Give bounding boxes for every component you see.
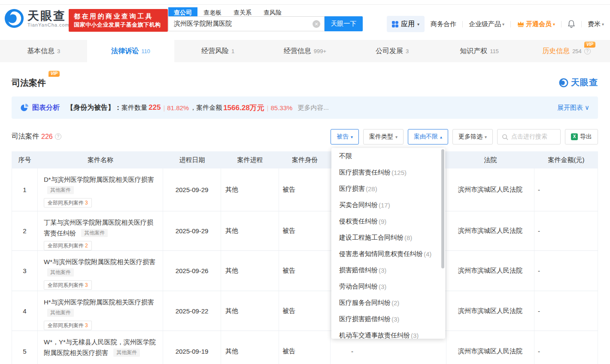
promo-banner: 都在用的商业查询工具 国家中小企业发展子基金旗下机构 <box>69 9 168 32</box>
clear-search-icon[interactable]: ✕ <box>313 20 320 28</box>
nav-divider <box>561 21 561 27</box>
tab-legal-proceedings[interactable]: 法律诉讼 110 <box>87 40 174 62</box>
chevron-down-icon: ∨ <box>585 104 589 111</box>
dropdown-option[interactable]: 损害赔偿纠纷(3) <box>331 262 445 278</box>
case-title-link[interactable]: W*与滨州医学院附属医院相关医疗损害 <box>44 258 155 265</box>
search-input[interactable] <box>168 16 325 31</box>
row-no: 3 <box>12 251 38 291</box>
series-cases-tag[interactable]: 全部同系列案件3 <box>44 198 92 208</box>
case-progress: 其他 <box>221 168 279 211</box>
dropdown-option[interactable]: 买卖合同纠纷(17) <box>331 197 445 213</box>
dropdown-option[interactable]: 机动车交通事故责任纠纷(3) <box>331 327 445 339</box>
search-button[interactable]: 天眼一下 <box>325 16 363 31</box>
more-content-link[interactable]: 更多内容... <box>297 104 329 112</box>
case-court[interactable]: 滨州市滨城区人民法院 <box>446 291 534 331</box>
tab-operating-risk[interactable]: 经营风险 1 <box>174 40 261 62</box>
chart-analysis-link[interactable]: 图表分析 <box>32 103 60 112</box>
tab-company-development[interactable]: 公司发展 3 <box>349 40 436 62</box>
dropdown-option[interactable]: 不限 <box>331 148 445 164</box>
export-button[interactable]: X 导出 <box>565 129 598 144</box>
table-row: 1 D*与滨州医学院附属医院相关医疗损害 其他案件 全部同系列案件3 2025-… <box>12 168 598 211</box>
tab-business-info[interactable]: 经营信息 999+ <box>261 40 349 62</box>
case-amount-label: 案件金额 <box>196 104 222 112</box>
case-count-value: 225 <box>149 103 161 112</box>
list-count-value: 226 <box>41 133 53 141</box>
tab-intellectual-property[interactable]: 知识产权 115 <box>436 40 523 62</box>
tianyancha-swirl-icon <box>4 9 24 28</box>
dropdown-scrollbar[interactable] <box>441 149 444 268</box>
case-court[interactable]: 滨州市滨城区人民法院 <box>446 168 534 211</box>
dropdown-option[interactable]: 侵权责任纠纷(9) <box>331 213 445 229</box>
tab-history-info[interactable]: VIP 历史信息 254 ? <box>523 40 610 62</box>
case-amount-value: 1566.28万元 <box>223 103 264 113</box>
defendant-filter-button[interactable]: 被告 ▾ <box>331 129 359 144</box>
table-search-input[interactable]: 点击进行搜索 <box>497 129 561 144</box>
case-count-percent: 81.82% <box>167 104 189 111</box>
row-no: 4 <box>12 291 38 331</box>
vip-badge: VIP <box>584 42 595 48</box>
nav-divider <box>581 21 582 27</box>
series-cases-tag[interactable]: 全部同系列案件3 <box>44 280 92 290</box>
nav-member[interactable]: 开通会员 ▾ <box>517 20 555 28</box>
case-title-link[interactable]: D*与滨州医学院附属医院相关医疗损害 <box>44 176 154 183</box>
series-cases-tag[interactable]: 全部同系列案件2 <box>44 241 92 250</box>
case-court[interactable]: 滨州市滨城区人民法院 <box>446 211 534 250</box>
row-no: 2 <box>12 211 38 250</box>
dropdown-option[interactable]: 医疗损害(28) <box>331 180 445 197</box>
dropdown-option[interactable]: 医疗损害赔偿纠纷(3) <box>331 311 445 327</box>
apps-label: 应用 <box>401 20 415 29</box>
nav-cooperation[interactable]: 商务合作 <box>431 20 456 28</box>
chevron-up-icon: ▴ <box>440 135 442 139</box>
case-amount: - <box>534 211 598 250</box>
col-amount: 案件金额(元) <box>534 151 598 168</box>
case-date: 2025-09-29 <box>163 168 221 211</box>
dropdown-option[interactable]: 劳动合同纠纷(3) <box>331 278 445 295</box>
case-type-tag: 其他案件 <box>81 229 108 237</box>
page-title: 司法案件 VIP <box>12 77 46 89</box>
col-identity: 案件身份 <box>279 151 331 168</box>
more-filters-button[interactable]: 更多筛选 ▾ <box>452 129 493 144</box>
case-amount: - <box>534 168 598 211</box>
dropdown-option[interactable]: 医疗损害责任纠纷(125) <box>331 164 445 180</box>
nav-divider <box>462 21 463 27</box>
chart-analysis-bar: 图表分析 【身份为被告】： 案件数量 225 | 81.82% ， 案件金额 1… <box>12 96 598 119</box>
case-identity: 被告 <box>279 331 331 364</box>
row-no: 5 <box>12 331 38 364</box>
notification-bell-icon[interactable] <box>568 20 575 28</box>
list-count-label: 司法案件 226 ? <box>12 132 61 141</box>
apps-grid-icon <box>392 21 398 27</box>
promo-line2: 国家中小企业发展子基金旗下机构 <box>74 21 164 29</box>
case-progress: 其他 <box>221 291 279 331</box>
brand-domain: TianYanCha.com <box>27 22 70 27</box>
dropdown-option[interactable]: 侵害患者知情同意权责任纠纷(4) <box>331 246 445 262</box>
row-no: 1 <box>12 168 38 211</box>
nav-enterprise[interactable]: 企业级产品 ▾ <box>469 20 504 28</box>
expand-chart-link[interactable]: 展开图表 ∨ <box>557 104 589 112</box>
watermark-logo: 天眼查 <box>559 77 598 88</box>
case-date: 2025-09-22 <box>163 291 221 331</box>
series-cases-tag[interactable]: 全部同系列案件3 <box>44 321 92 330</box>
case-court[interactable]: 滨州市滨城区人民法院 <box>446 251 534 291</box>
help-icon[interactable]: ? <box>55 133 61 140</box>
case-identity: 被告 <box>279 251 331 291</box>
case-type-filter-button[interactable]: 案件类型 ▾ <box>363 129 404 144</box>
case-title-link[interactable]: H*与滨州医学院附属医院相关医疗损害 <box>44 298 154 306</box>
nav-user[interactable]: 费米 ▾ <box>588 20 604 28</box>
case-date: 2025-09-19 <box>163 331 221 364</box>
dropdown-option[interactable]: 医疗服务合同纠纷(2) <box>331 295 445 311</box>
cause-filter-button[interactable]: 案由不限 ▴ <box>408 129 448 144</box>
case-date: 2025-09-29 <box>163 211 221 250</box>
case-identity: 被告 <box>279 211 331 250</box>
tab-basic-info[interactable]: 基本信息 3 <box>0 40 87 62</box>
case-type-tag: 其他案件 <box>47 186 74 194</box>
site-logo[interactable]: 天眼查 TianYanCha.com <box>4 9 70 28</box>
help-icon[interactable]: ? <box>584 48 591 54</box>
dropdown-option[interactable]: 建设工程施工合同纠纷(8) <box>331 229 445 246</box>
case-progress: 其他 <box>221 251 279 291</box>
case-progress: 其他 <box>221 331 279 364</box>
apps-menu[interactable]: 应用 ▾ <box>387 16 425 32</box>
cause-filter-dropdown: 不限 医疗损害责任纠纷(125) 医疗损害(28) 买卖合同纠纷(17) 侵权责… <box>331 148 445 339</box>
excel-icon: X <box>571 133 578 140</box>
case-court[interactable]: 滨州市滨城区人民法院 <box>446 331 534 364</box>
case-amount: - <box>534 251 598 291</box>
